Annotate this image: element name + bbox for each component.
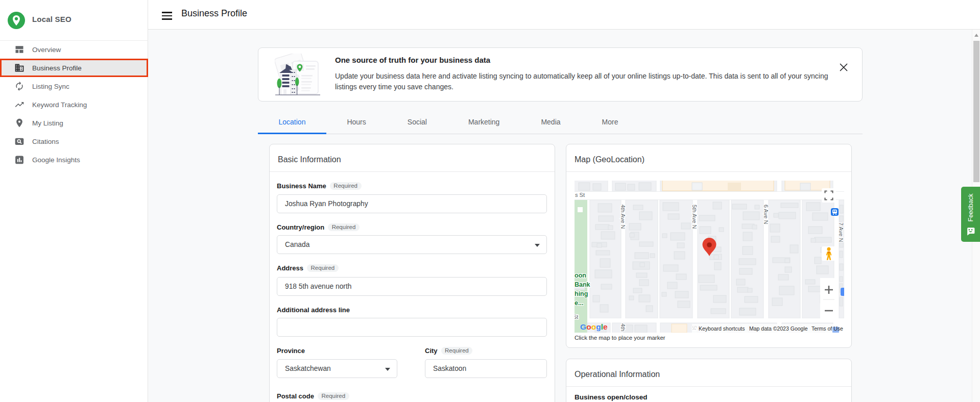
- svg-text:o: o: [586, 322, 591, 331]
- svg-text:Map data ©2023 Google: Map data ©2023 Google: [749, 325, 808, 332]
- svg-text:6 Ave N: 6 Ave N: [763, 205, 769, 224]
- svg-text:Terms of Use: Terms of Use: [811, 325, 843, 332]
- svg-text:e...: e...: [575, 299, 583, 307]
- svg-text:oon: oon: [575, 272, 586, 279]
- svg-text:7 Ave N: 7 Ave N: [838, 222, 844, 242]
- svg-text:G: G: [580, 322, 586, 331]
- svg-text:hing: hing: [575, 290, 588, 297]
- svg-text:e: e: [603, 322, 608, 331]
- svg-text:Bank: Bank: [575, 281, 590, 288]
- svg-text:4th Ave N: 4th Ave N: [620, 205, 626, 229]
- svg-text:g: g: [596, 322, 601, 331]
- svg-text:o: o: [591, 322, 596, 331]
- svg-text:St: St: [575, 314, 578, 320]
- svg-text:4th: 4th: [620, 323, 626, 331]
- svg-text:Keyboard shortcuts: Keyboard shortcuts: [699, 325, 745, 332]
- svg-text:5th Ave N: 5th Ave N: [691, 205, 698, 229]
- svg-text:s St: s St: [575, 192, 585, 198]
